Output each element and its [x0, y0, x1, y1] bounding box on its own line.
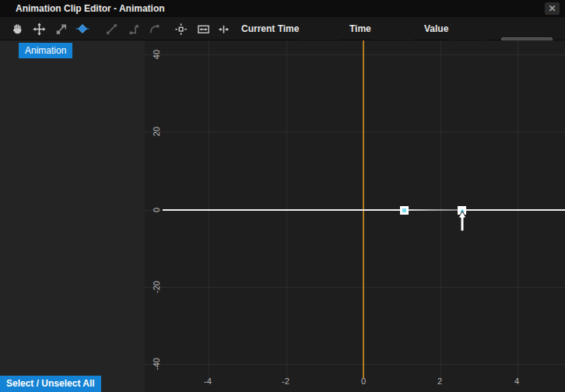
- expand-horizontal-icon[interactable]: [214, 19, 233, 38]
- y-axis-tick: 0: [152, 198, 161, 222]
- title-bar: Animation Clip Editor - Animation ✕: [0, 0, 565, 17]
- x-axis-tick: 2: [428, 376, 451, 386]
- pan-hand-icon[interactable]: [8, 19, 26, 38]
- fit-horizontal-icon[interactable]: [194, 19, 212, 38]
- y-axis-tick: -40: [152, 352, 161, 376]
- move-icon[interactable]: [30, 19, 48, 38]
- x-axis-tick: -4: [196, 376, 219, 386]
- linear-tangent-icon[interactable]: [102, 19, 121, 38]
- y-axis-tick: 40: [152, 43, 161, 66]
- animation-curve[interactable]: [163, 209, 565, 211]
- toolbar: Current Time Time Value Preferences: [0, 17, 565, 40]
- keyframe-1[interactable]: [400, 206, 409, 215]
- keyframe-1-glyph: [402, 208, 406, 212]
- mouse-cursor: [457, 211, 468, 235]
- animation-clip-editor-window: Animation Clip Editor - Animation ✕: [0, 0, 565, 392]
- gridline: [145, 131, 565, 132]
- y-axis-tick: -20: [152, 275, 161, 299]
- keyframe-diamond-icon[interactable]: [73, 19, 92, 38]
- x-axis-tick: 0: [352, 376, 375, 386]
- smooth-tangent-icon[interactable]: [145, 19, 163, 38]
- close-icon[interactable]: ✕: [545, 2, 560, 15]
- window-title: Animation Clip Editor - Animation: [16, 0, 165, 17]
- value-label: Value: [424, 17, 448, 40]
- select-unselect-all-button[interactable]: Select / Unselect All: [0, 376, 101, 392]
- curve-editor-canvas[interactable]: 40 20 0 -20 -40 -4 -2 0 2 4: [145, 40, 565, 392]
- center-on-selection-icon[interactable]: [171, 19, 190, 38]
- current-time-label: Current Time: [241, 17, 299, 40]
- y-axis-tick: 20: [152, 120, 161, 143]
- gridline: [145, 54, 565, 55]
- track-panel: Animation Select / Unselect All: [0, 40, 145, 392]
- gridline: [145, 364, 565, 365]
- gridline: [145, 287, 565, 288]
- scale-icon[interactable]: [51, 19, 70, 38]
- curve-segment-between-keys[interactable]: [408, 209, 462, 211]
- time-label: Time: [349, 17, 371, 40]
- x-axis-tick: -2: [274, 376, 297, 386]
- track-animation-button[interactable]: Animation: [19, 43, 72, 58]
- step-tangent-icon[interactable]: [125, 19, 143, 38]
- x-axis-tick: 4: [505, 376, 528, 386]
